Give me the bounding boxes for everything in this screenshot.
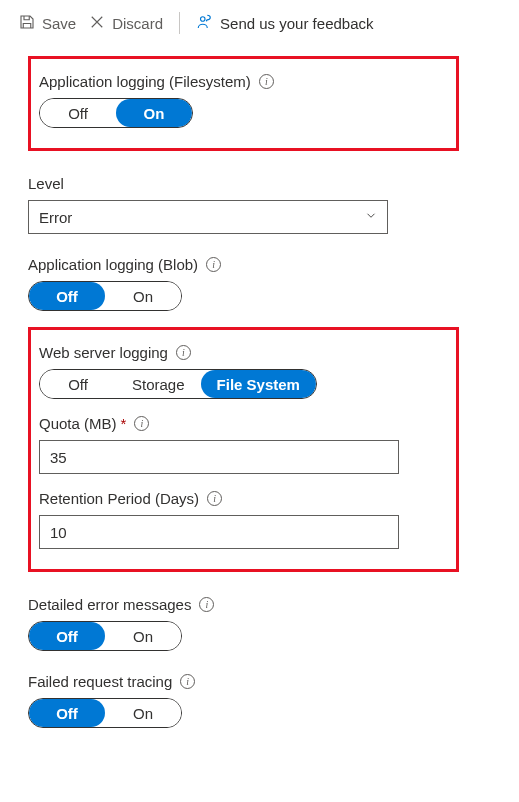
info-icon[interactable]: i (199, 597, 214, 612)
quota-label: Quota (MB) (39, 415, 117, 432)
app-logging-blob-toggle: Off On (28, 281, 182, 311)
app-logging-fs-label: Application logging (Filesystem) (39, 73, 251, 90)
toolbar-separator (179, 12, 180, 34)
detailed-errors-toggle: Off On (28, 621, 182, 651)
form-area: Application logging (Filesystem) i Off O… (0, 56, 519, 740)
save-label: Save (42, 15, 76, 32)
detailed-errors-label: Detailed error messages (28, 596, 191, 613)
highlight-box-app-logging-fs: Application logging (Filesystem) i Off O… (28, 56, 459, 151)
web-server-fs[interactable]: File System (201, 370, 316, 398)
field-detailed-errors: Detailed error messages i Off On (28, 586, 519, 663)
required-indicator: * (121, 415, 127, 432)
detailed-errors-on[interactable]: On (105, 622, 181, 650)
web-server-logging-toggle: Off Storage File System (39, 369, 317, 399)
field-app-logging-fs: Application logging (Filesystem) i Off O… (39, 67, 438, 136)
app-logging-fs-toggle: Off On (39, 98, 193, 128)
field-web-server-logging: Web server logging i Off Storage File Sy… (39, 338, 438, 557)
info-icon[interactable]: i (206, 257, 221, 272)
svg-point-0 (201, 16, 206, 21)
discard-label: Discard (112, 15, 163, 32)
info-icon[interactable]: i (176, 345, 191, 360)
app-logging-fs-on[interactable]: On (116, 99, 192, 127)
field-quota: Quota (MB) * i (39, 415, 438, 474)
web-server-off[interactable]: Off (40, 370, 116, 398)
field-app-logging-blob: Application logging (Blob) i Off On (28, 246, 519, 323)
level-label: Level (28, 175, 64, 192)
app-logging-fs-off[interactable]: Off (40, 99, 116, 127)
detailed-errors-off[interactable]: Off (29, 622, 105, 650)
failed-request-off[interactable]: Off (29, 699, 105, 727)
failed-request-on[interactable]: On (105, 699, 181, 727)
toolbar: Save Discard Send us your feedback (0, 8, 519, 52)
save-icon (18, 13, 36, 34)
level-select[interactable]: Error (28, 200, 388, 234)
info-icon[interactable]: i (207, 491, 222, 506)
quota-input[interactable] (39, 440, 399, 474)
highlight-box-web-server: Web server logging i Off Storage File Sy… (28, 327, 459, 572)
discard-button[interactable]: Discard (88, 13, 163, 34)
info-icon[interactable]: i (180, 674, 195, 689)
feedback-icon (196, 13, 214, 34)
level-select-wrap: Error (28, 200, 388, 234)
web-server-storage[interactable]: Storage (116, 370, 201, 398)
failed-request-tracing-label: Failed request tracing (28, 673, 172, 690)
level-value: Error (39, 209, 72, 226)
feedback-label: Send us your feedback (220, 15, 373, 32)
field-level: Level Error (28, 165, 519, 246)
field-retention: Retention Period (Days) i (39, 490, 438, 549)
save-button[interactable]: Save (18, 13, 76, 34)
field-failed-request-tracing: Failed request tracing i Off On (28, 663, 519, 740)
app-logging-blob-on[interactable]: On (105, 282, 181, 310)
app-logging-blob-off[interactable]: Off (29, 282, 105, 310)
web-server-logging-label: Web server logging (39, 344, 168, 361)
info-icon[interactable]: i (134, 416, 149, 431)
retention-label: Retention Period (Days) (39, 490, 199, 507)
failed-request-tracing-toggle: Off On (28, 698, 182, 728)
info-icon[interactable]: i (259, 74, 274, 89)
app-logging-blob-label: Application logging (Blob) (28, 256, 198, 273)
feedback-button[interactable]: Send us your feedback (196, 13, 373, 34)
retention-input[interactable] (39, 515, 399, 549)
close-icon (88, 13, 106, 34)
